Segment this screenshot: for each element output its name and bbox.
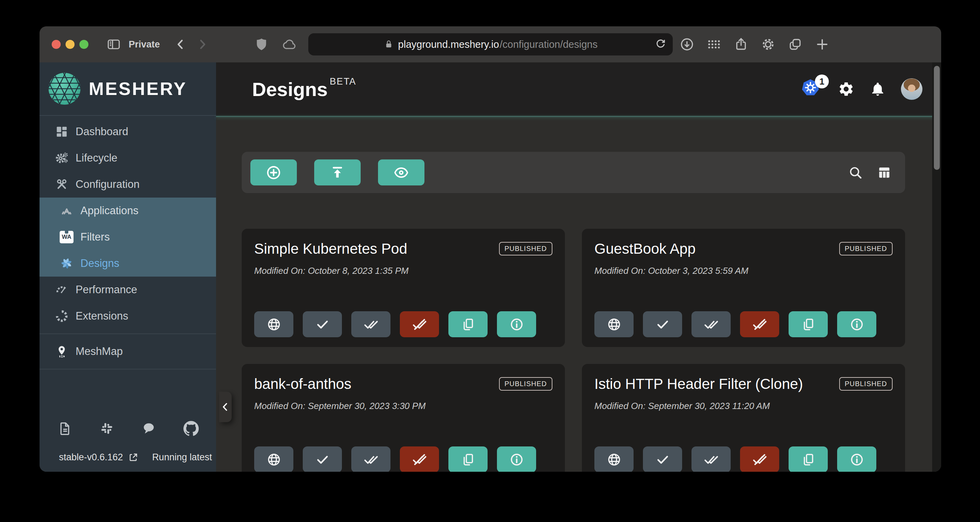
sidebar-item-performance[interactable]: Performance <box>40 277 216 303</box>
sidebar-item-meshmap[interactable]: MeshMap <box>40 338 216 365</box>
preview-designs-button[interactable] <box>378 159 425 186</box>
meshery-logo-icon <box>48 72 81 105</box>
downloads-icon[interactable] <box>680 37 694 52</box>
speedometer-icon <box>55 283 68 297</box>
info-action-button[interactable] <box>837 311 876 337</box>
page-scrollbar-track[interactable] <box>932 62 941 472</box>
validate-action-button[interactable] <box>303 446 342 472</box>
sidebar: MESHERY Dashboard Lifecycle Configuratio… <box>40 62 216 472</box>
extensions-grid-icon[interactable] <box>707 37 721 52</box>
globe-icon <box>607 452 621 467</box>
create-design-button[interactable] <box>250 159 297 186</box>
info-action-button[interactable] <box>497 446 536 472</box>
page-scrollbar-thumb[interactable] <box>934 66 940 170</box>
design-card[interactable]: bank-of-anthos PUBLISHED Modified On: Se… <box>242 364 565 472</box>
designs-pinwheel-icon <box>60 257 73 270</box>
kubernetes-context-button[interactable]: 1 <box>800 78 822 100</box>
deploy-action-button[interactable] <box>351 311 390 337</box>
settings-gear-icon[interactable] <box>761 37 775 52</box>
double-check-icon <box>704 317 719 332</box>
sidebar-item-label: Dashboard <box>76 125 128 138</box>
page-header: Designs BETA 1 <box>216 62 941 116</box>
new-tab-icon[interactable] <box>815 37 829 52</box>
globe-action-button[interactable] <box>254 446 293 472</box>
zoom-window-button[interactable] <box>80 40 88 49</box>
modified-date: Modified On: October 3, 2023 5:59 AM <box>594 265 892 276</box>
chat-discuss-icon[interactable] <box>142 421 156 436</box>
url-host: playground.meshery.io <box>398 39 499 50</box>
crossed-tools-icon <box>55 178 68 191</box>
info-action-button[interactable] <box>497 311 536 337</box>
docs-icon[interactable] <box>57 421 72 436</box>
sidebar-item-lifecycle[interactable]: Lifecycle <box>40 145 216 171</box>
design-title: bank-of-anthos <box>254 376 351 392</box>
sidebar-item-configuration[interactable]: Configuration <box>40 171 216 198</box>
globe-action-button[interactable] <box>254 311 293 337</box>
validate-action-button[interactable] <box>643 446 682 472</box>
undeploy-action-button[interactable] <box>740 446 779 472</box>
minimize-window-button[interactable] <box>65 40 75 49</box>
tab-overview-icon[interactable] <box>788 37 802 52</box>
check-icon <box>655 452 670 467</box>
privacy-shield-icon[interactable] <box>255 37 269 51</box>
slack-icon[interactable] <box>100 421 114 436</box>
external-link-icon[interactable] <box>128 452 138 463</box>
globe-action-button[interactable] <box>594 311 633 337</box>
add-circle-icon <box>266 165 282 181</box>
address-bar[interactable]: playground.meshery.io/configuration/desi… <box>308 33 673 56</box>
undeploy-action-button[interactable] <box>740 311 779 337</box>
clone-action-button[interactable] <box>789 311 828 337</box>
configuration-submenu: Applications WA Filters <box>40 198 216 277</box>
undeploy-action-button[interactable] <box>400 311 439 337</box>
copy-icon <box>801 317 816 332</box>
version-label[interactable]: stable-v0.6.162 <box>59 452 123 463</box>
globe-action-button[interactable] <box>594 446 633 472</box>
icloud-tabs-icon[interactable] <box>282 37 297 52</box>
sidebar-item-extensions[interactable]: Extensions <box>40 303 216 329</box>
share-icon[interactable] <box>734 37 748 52</box>
design-card[interactable]: Simple Kubernetes Pod PUBLISHED Modified… <box>242 229 565 347</box>
sidebar-item-label: Designs <box>80 257 119 270</box>
double-check-icon <box>363 317 379 332</box>
sidebar-item-filters[interactable]: WA Filters <box>40 224 216 250</box>
search-icon[interactable] <box>848 165 863 180</box>
deploy-action-button[interactable] <box>692 446 731 472</box>
design-title: GuestBook App <box>594 241 696 257</box>
validate-action-button[interactable] <box>643 311 682 337</box>
undeploy-action-button[interactable] <box>400 446 439 472</box>
copy-icon <box>801 452 816 467</box>
github-icon[interactable] <box>183 421 199 436</box>
brand-header[interactable]: MESHERY <box>40 62 216 116</box>
notifications-bell-icon[interactable] <box>870 81 886 97</box>
design-card[interactable]: GuestBook App PUBLISHED Modified On: Oct… <box>582 229 905 347</box>
clone-action-button[interactable] <box>449 311 488 337</box>
user-avatar[interactable] <box>901 78 923 100</box>
sidebar-item-label: Performance <box>76 284 137 296</box>
globe-icon <box>607 317 621 332</box>
info-action-button[interactable] <box>837 446 876 472</box>
back-button[interactable] <box>175 38 187 51</box>
deploy-action-button[interactable] <box>351 446 390 472</box>
sidebar-toggle-icon[interactable] <box>107 37 121 52</box>
forward-button[interactable] <box>196 38 208 51</box>
close-window-button[interactable] <box>52 40 61 49</box>
modified-date: Modified On: September 30, 2023 3:30 PM <box>254 401 552 411</box>
settings-gear-icon[interactable] <box>838 81 854 97</box>
double-check-crossed-icon <box>412 317 427 332</box>
table-view-icon[interactable] <box>877 165 892 180</box>
deploy-action-button[interactable] <box>692 311 731 337</box>
window-controls <box>52 40 88 49</box>
clone-action-button[interactable] <box>789 446 828 472</box>
sidebar-item-dashboard[interactable]: Dashboard <box>40 119 216 145</box>
design-card[interactable]: Istio HTTP Header Filter (Clone) PUBLISH… <box>582 364 905 472</box>
sidebar-item-designs[interactable]: Designs <box>40 250 216 277</box>
clone-action-button[interactable] <box>449 446 488 472</box>
sidebar-collapse-handle[interactable] <box>219 392 232 422</box>
reload-icon[interactable] <box>655 38 667 50</box>
validate-action-button[interactable] <box>303 311 342 337</box>
browser-window: Private playground.meshery.io/configurat… <box>40 26 941 472</box>
sidebar-item-applications[interactable]: Applications <box>40 198 216 224</box>
design-title: Istio HTTP Header Filter (Clone) <box>594 376 803 392</box>
design-title: Simple Kubernetes Pod <box>254 241 407 257</box>
import-design-button[interactable] <box>314 159 361 186</box>
